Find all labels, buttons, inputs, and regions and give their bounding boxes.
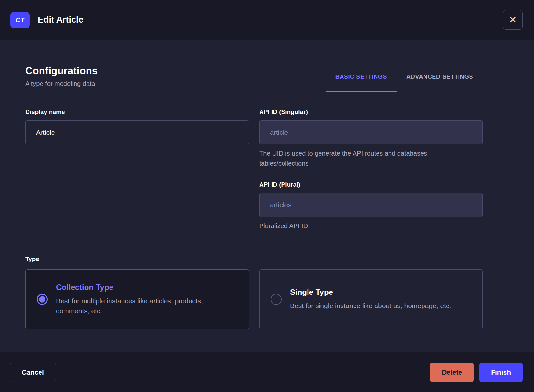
type-cards: Collection Type Best for multiple instan… (25, 269, 483, 329)
form-grid: Display name API ID (Singular) The UID i… (25, 109, 483, 231)
page-title: Configurations (25, 65, 98, 77)
footer-actions: Delete Finish (430, 363, 523, 382)
edit-content-type-modal: CT Edit Article ✕ Configurations A type … (0, 0, 534, 392)
type-section: Type Collection Type Best for multiple i… (25, 256, 483, 329)
collection-type-text: Collection Type Best for multiple instan… (56, 283, 226, 316)
intro-text: Configurations A type for modeling data (25, 65, 98, 92)
tab-basic-settings[interactable]: BASIC SETTINGS (326, 74, 397, 92)
collection-type-card[interactable]: Collection Type Best for multiple instan… (25, 269, 249, 329)
modal-header: CT Edit Article ✕ (0, 0, 534, 40)
settings-tabs: BASIC SETTINGS ADVANCED SETTINGS (326, 74, 483, 92)
delete-button[interactable]: Delete (430, 363, 474, 382)
intro-row: Configurations A type for modeling data … (25, 65, 483, 92)
radio-unselected-icon[interactable] (271, 294, 282, 305)
radio-selected-icon[interactable] (37, 294, 48, 305)
api-id-singular-hint: The UID is used to generate the API rout… (259, 148, 467, 168)
display-name-input[interactable] (25, 120, 249, 144)
tab-advanced-settings[interactable]: ADVANCED SETTINGS (397, 74, 483, 92)
modal-footer: Cancel Delete Finish (0, 352, 534, 392)
radio-dot (39, 296, 45, 303)
api-id-plural-input (259, 193, 483, 217)
page-subtitle: A type for modeling data (25, 80, 98, 87)
api-id-plural-hint: Pluralized API ID (259, 221, 467, 231)
form-column-left: Display name (25, 109, 249, 231)
form-column-right: API ID (Singular) The UID is used to gen… (259, 109, 483, 231)
close-button[interactable]: ✕ (503, 10, 523, 30)
collection-type-title: Collection Type (56, 283, 226, 292)
finish-button[interactable]: Finish (479, 363, 523, 382)
content-type-badge: CT (10, 12, 30, 28)
api-id-singular-field-group: API ID (Singular) The UID is used to gen… (259, 109, 483, 168)
close-icon: ✕ (509, 16, 517, 25)
cancel-button[interactable]: Cancel (10, 363, 56, 382)
display-name-label: Display name (25, 109, 249, 116)
api-id-singular-input (259, 120, 483, 144)
api-id-plural-field-group: API ID (Plural) Pluralized API ID (259, 181, 483, 231)
display-name-field-group: Display name (25, 109, 249, 144)
single-type-title: Single Type (290, 288, 451, 297)
modal-body: Configurations A type for modeling data … (0, 40, 534, 352)
single-type-text: Single Type Best for single instance lik… (290, 288, 451, 311)
single-type-description: Best for single instance like about us, … (290, 301, 451, 311)
api-id-plural-label: API ID (Plural) (259, 181, 483, 188)
modal-title: Edit Article (38, 15, 84, 25)
collection-type-description: Best for multiple instances like article… (56, 296, 226, 316)
api-id-singular-label: API ID (Singular) (259, 109, 483, 116)
type-label: Type (25, 256, 483, 263)
single-type-card[interactable]: Single Type Best for single instance lik… (259, 269, 483, 329)
